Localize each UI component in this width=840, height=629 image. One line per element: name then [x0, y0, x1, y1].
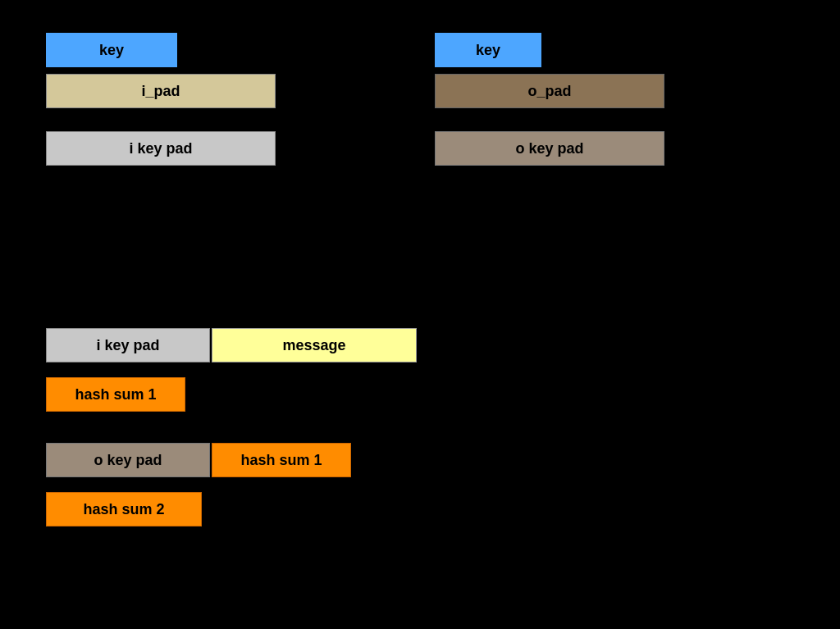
left-key-box: key — [46, 33, 177, 67]
ipad-box: i_pad — [46, 74, 276, 108]
ikey-pad-bottom-box: i key pad — [46, 328, 210, 362]
okey-pad-bottom-label: o key pad — [94, 452, 162, 469]
ikey-pad-top-label: i key pad — [129, 140, 192, 157]
message-box: message — [212, 328, 417, 362]
okey-pad-top-label: o key pad — [515, 140, 583, 157]
ikey-pad-bottom-label: i key pad — [96, 337, 159, 354]
hash-sum-1b-label: hash sum 1 — [240, 452, 322, 469]
okey-pad-top-box: o key pad — [435, 131, 664, 166]
left-key-label: key — [99, 42, 124, 59]
okey-pad-bottom-box: o key pad — [46, 443, 210, 477]
hash-sum-1b-box: hash sum 1 — [212, 443, 351, 477]
hash-sum-2-label: hash sum 2 — [83, 501, 164, 518]
opad-label: o_pad — [527, 83, 571, 100]
hash-sum-2-box: hash sum 2 — [46, 492, 202, 526]
hash-sum-1-label: hash sum 1 — [75, 386, 156, 403]
ikey-pad-top-box: i key pad — [46, 131, 276, 166]
right-key-box: key — [435, 33, 541, 67]
opad-box: o_pad — [435, 74, 664, 108]
ipad-label: i_pad — [141, 83, 180, 100]
hash-sum-1-box: hash sum 1 — [46, 377, 185, 412]
right-key-label: key — [476, 42, 500, 59]
message-label: message — [282, 337, 345, 354]
